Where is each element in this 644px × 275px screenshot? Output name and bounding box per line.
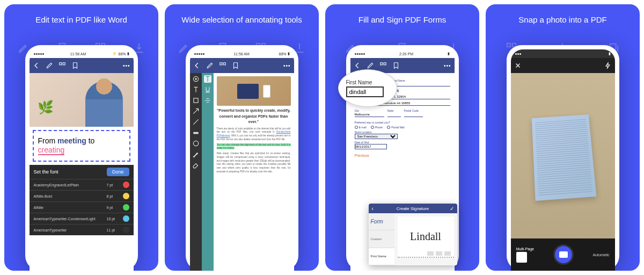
chevron-left-icon[interactable]: ‹ [372, 206, 374, 212]
camera-mode[interactable]: Multi-Page [516, 247, 534, 251]
brush-icon[interactable] [192, 150, 200, 158]
radio-group: E-mail Phone Postal Mail [355, 126, 450, 129]
bookmark-icon[interactable] [71, 62, 79, 69]
date-input[interactable] [355, 144, 387, 149]
panel-fill-sign: Fill and Sign PDF Forms First Name 2:26 … [325, 4, 479, 271]
annotation-toolbar-dark [190, 73, 202, 271]
underline-icon[interactable] [204, 86, 211, 93]
zoom-magnifier: First Name [338, 69, 397, 107]
check-icon[interactable]: ✓ [450, 206, 454, 212]
font-option[interactable]: AmericanTypewriter11 pt [30, 224, 134, 235]
panel-annotate: Wide selection of annotating tools 11:58… [165, 4, 319, 271]
status-time: 2:26 PM [399, 52, 413, 56]
more-icon[interactable]: ••• [283, 63, 291, 69]
text-tool-icon[interactable] [204, 75, 211, 83]
font-option[interactable]: AlNile9 pt [30, 201, 134, 213]
laptop-graphic [237, 84, 259, 99]
camera-toolbar [511, 58, 615, 73]
svg-rect-9 [223, 63, 225, 65]
more-icon[interactable]: ••• [444, 63, 451, 69]
sig-tool-icon[interactable] [427, 251, 434, 256]
thumbnail-preview[interactable] [516, 252, 527, 263]
back-icon[interactable] [33, 62, 40, 69]
target-icon[interactable] [192, 75, 200, 83]
zoom-field-label: First Name [346, 79, 389, 85]
edit-icon[interactable] [367, 62, 374, 69]
eraser-icon[interactable] [192, 161, 200, 169]
app-toolbar: ••• [190, 58, 294, 73]
color-swatch[interactable] [123, 227, 129, 233]
sig-tab[interactable]: First Name [369, 248, 394, 265]
camera-mode[interactable]: Automatic [592, 253, 609, 257]
font-panel-title: Set the font [34, 169, 58, 175]
store-select[interactable]: San Francisco [355, 134, 398, 139]
svg-point-11 [195, 78, 196, 79]
panel-title: Wide selection of annotating tools [176, 15, 307, 24]
thumbnails-icon[interactable] [379, 62, 387, 69]
svg-rect-15 [380, 63, 382, 65]
done-button[interactable]: Done [107, 168, 129, 176]
thumbnails-icon[interactable] [58, 62, 66, 69]
doc-paragraph: You can also change the alignment of the… [217, 143, 291, 151]
svg-rect-12 [193, 98, 197, 103]
bookmark-icon[interactable] [232, 62, 239, 69]
panel-title: Fill and Sign PDF Forms [353, 15, 451, 24]
zoom-field-input[interactable] [346, 86, 384, 97]
more-icon[interactable]: ••• [123, 63, 130, 69]
camera-viewfinder[interactable] [511, 73, 615, 238]
radio-option[interactable]: Phone [371, 126, 383, 129]
radio-option[interactable]: Postal Mail [387, 126, 404, 129]
shutter-button[interactable] [553, 244, 574, 265]
state-input[interactable] [387, 112, 401, 117]
sig-tool-icon[interactable] [444, 251, 451, 256]
color-swatch[interactable] [123, 215, 129, 222]
text-edit-region[interactable]: From meeting to creating [33, 130, 130, 162]
status-bar: 11:58 AM ⚡88%▮ [30, 49, 134, 58]
highlight-icon[interactable] [192, 129, 200, 136]
doc-hero-image [217, 76, 291, 106]
color-swatch[interactable] [123, 193, 129, 199]
close-icon[interactable] [514, 62, 522, 69]
flash-icon[interactable] [604, 62, 612, 69]
scanned-document [531, 114, 596, 201]
sig-tab[interactable]: Form [369, 213, 394, 230]
edit-icon[interactable] [206, 62, 214, 69]
svg-rect-13 [193, 132, 198, 134]
back-icon[interactable] [354, 62, 361, 69]
editing-cursor-word[interactable]: creating [38, 146, 65, 155]
postal-input[interactable] [404, 112, 423, 117]
color-swatch[interactable] [123, 182, 129, 188]
circle-icon[interactable] [192, 140, 200, 147]
highlighted-text: You can also change the alignment of the… [217, 143, 291, 150]
camera-controls: Multi-Page Automatic [511, 238, 615, 271]
status-bar: 2:26 PM ▮ [350, 49, 455, 58]
thumbnails-icon[interactable] [219, 62, 226, 69]
font-option[interactable]: AmericanTypewriter-CondensedLight10 pt [30, 213, 134, 224]
camera-icon [559, 251, 568, 258]
phone-frame: 11:58 AM ⚡88%▮ ••• From meeti [25, 45, 138, 271]
edit-icon[interactable] [46, 62, 53, 69]
strike-icon[interactable] [204, 97, 211, 104]
line-icon[interactable] [192, 118, 200, 126]
previous-link[interactable]: Previous [355, 154, 450, 157]
signature-canvas[interactable]: Lindall [398, 216, 454, 258]
color-swatch[interactable] [123, 204, 129, 211]
bookmark-icon[interactable] [392, 62, 400, 69]
panel-edit-text: Edit text in PDF like Word 11:58 AM ⚡88%… [4, 4, 158, 271]
svg-point-14 [193, 141, 198, 146]
doc-heading: "Powerful tools to quickly create, modif… [217, 108, 291, 125]
arrow-icon[interactable] [192, 107, 200, 115]
radio-option[interactable]: E-mail [355, 126, 367, 129]
sig-tab[interactable]: Custom [369, 230, 394, 248]
font-option[interactable]: AcademyEngravedLetPlain7 pt [30, 179, 134, 190]
text-icon[interactable] [192, 86, 200, 93]
city-input[interactable] [355, 112, 384, 117]
back-icon[interactable] [193, 62, 201, 69]
shape-icon[interactable] [192, 97, 200, 104]
font-option[interactable]: AlNile-Bold8 pt [30, 190, 134, 201]
document-page[interactable]: "Powerful tools to quickly create, modif… [214, 73, 294, 271]
popup-title: Create Signature [397, 206, 429, 211]
phone-frame: First Name 2:26 PM ▮ ••• Last Name [346, 45, 459, 271]
sig-tool-icon[interactable] [436, 251, 442, 256]
svg-rect-17 [507, 44, 510, 47]
